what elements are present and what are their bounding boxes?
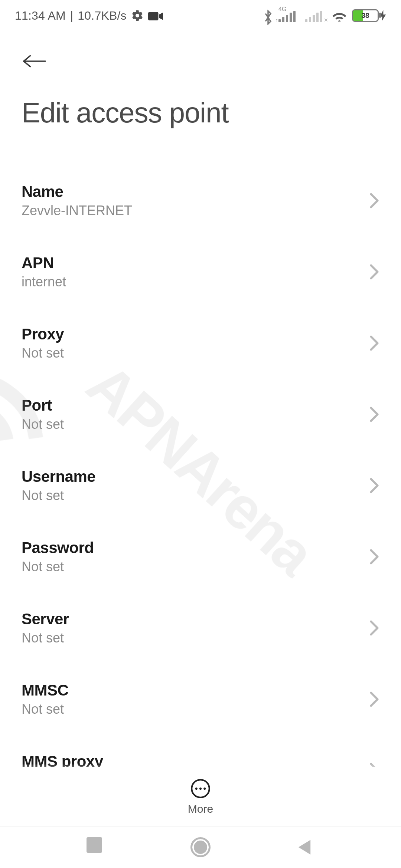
status-net-speed: 10.7KB/s [78, 9, 126, 23]
row-apn-value: internet [22, 274, 66, 290]
row-proxy-value: Not set [22, 345, 64, 361]
status-bar: 11:34 AM | 10.7KB/s 4G ↑↓ ✕ [0, 0, 401, 26]
sim2-signal: ✕ [305, 9, 327, 22]
more-button[interactable]: More [188, 778, 213, 815]
chevron-right-icon [369, 620, 379, 636]
signal-bars-dead-icon [305, 11, 322, 22]
row-apn[interactable]: APN internet [22, 241, 379, 303]
wifi-icon [332, 9, 347, 22]
status-right: 4G ↑↓ ✕ 38 [263, 9, 386, 22]
row-port[interactable]: Port Not set [22, 383, 379, 445]
signal-bars-icon [278, 11, 296, 22]
chevron-right-icon [369, 264, 379, 280]
svg-point-3 [195, 787, 198, 789]
row-password[interactable]: Password Not set [22, 526, 379, 588]
row-mmsc-value: Not set [22, 701, 68, 717]
chevron-right-icon [369, 477, 379, 494]
svg-rect-0 [148, 12, 159, 20]
more-icon [190, 778, 211, 799]
status-separator: | [70, 9, 74, 23]
no-sim-icon: ✕ [324, 17, 328, 23]
row-port-value: Not set [22, 417, 64, 432]
square-icon [87, 837, 102, 853]
header: Edit access point [0, 26, 401, 129]
arrow-left-icon [22, 54, 48, 69]
chevron-right-icon [369, 193, 379, 209]
row-proxy-title: Proxy [22, 325, 64, 343]
row-username-value: Not set [22, 488, 95, 503]
svg-point-4 [199, 787, 202, 789]
battery-percent: 38 [352, 9, 379, 22]
action-bar: More [0, 767, 401, 826]
nav-back-button[interactable] [294, 837, 314, 857]
more-label: More [188, 803, 213, 815]
nav-home-button[interactable] [190, 837, 211, 857]
page-title: Edit access point [22, 96, 379, 129]
chevron-right-icon [369, 549, 379, 565]
nav-recent-button[interactable] [87, 837, 107, 857]
system-nav-bar [0, 826, 401, 868]
row-name[interactable]: Name Zevvle-INTERNET [22, 170, 379, 232]
status-left: 11:34 AM | 10.7KB/s [15, 9, 163, 23]
chevron-right-icon [369, 406, 379, 423]
row-mmsc[interactable]: MMSC Not set [22, 668, 379, 730]
row-username[interactable]: Username Not set [22, 454, 379, 517]
row-name-value: Zevvle-INTERNET [22, 203, 132, 218]
chevron-right-icon [369, 335, 379, 351]
row-mmsc-title: MMSC [22, 681, 68, 699]
triangle-left-icon [294, 837, 314, 857]
row-proxy[interactable]: Proxy Not set [22, 312, 379, 374]
sim1-signal: 4G ↑↓ [278, 9, 300, 22]
row-port-title: Port [22, 397, 64, 414]
battery-icon: 38 [352, 9, 379, 22]
row-name-title: Name [22, 183, 132, 201]
row-password-value: Not set [22, 559, 94, 575]
back-button[interactable] [22, 48, 48, 74]
svg-point-5 [203, 787, 206, 789]
settings-list: Name Zevvle-INTERNET APN internet Proxy … [0, 170, 401, 802]
status-time: 11:34 AM [15, 9, 66, 23]
bluetooth-icon [263, 10, 273, 22]
row-server-title: Server [22, 610, 69, 628]
row-apn-title: APN [22, 254, 66, 272]
chevron-right-icon [369, 691, 379, 707]
row-username-title: Username [22, 468, 95, 486]
circle-icon [190, 837, 211, 857]
camera-icon [148, 10, 163, 21]
row-server[interactable]: Server Not set [22, 597, 379, 659]
row-server-value: Not set [22, 630, 69, 646]
settings-icon [131, 9, 144, 22]
row-password-title: Password [22, 539, 94, 557]
